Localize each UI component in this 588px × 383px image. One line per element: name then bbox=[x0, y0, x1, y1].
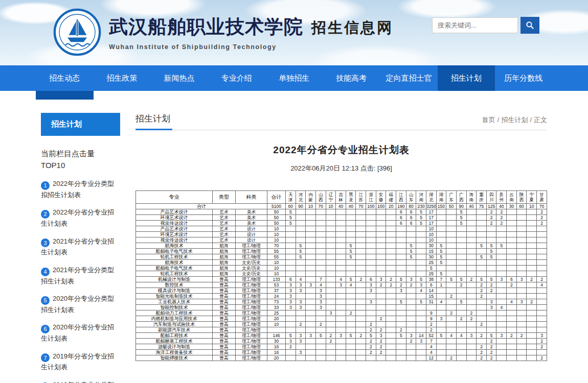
sidebar-item[interactable]: 52020年分专业分类型招生计划表 bbox=[41, 294, 120, 315]
breadcrumb-home[interactable]: 首页 bbox=[482, 116, 495, 124]
cell-value: 52 bbox=[426, 333, 436, 339]
cell-value: 5 bbox=[286, 333, 296, 339]
sidebar-item[interactable]: 82019年分专业分类型招生计划表 bbox=[41, 380, 120, 383]
cell-value bbox=[477, 260, 487, 266]
sidebar-item[interactable]: 32021年分省分专业招生计划表 bbox=[41, 236, 120, 257]
cell-value bbox=[426, 305, 436, 310]
nav-item-news-hotspots[interactable]: 新闻热点 bbox=[150, 65, 208, 91]
cell-value bbox=[306, 305, 316, 310]
cell-value: 5 bbox=[436, 254, 446, 260]
cell-major: 新能源汽车技术 bbox=[136, 327, 213, 333]
search-input[interactable] bbox=[432, 17, 518, 33]
cell-value bbox=[507, 339, 517, 344]
nav-item-admission-policy[interactable]: 招生政策 bbox=[93, 65, 150, 91]
cell-value bbox=[477, 237, 487, 243]
column-header-province: 湖北 bbox=[426, 191, 436, 204]
cell-value bbox=[446, 254, 457, 260]
cell-value bbox=[466, 260, 477, 266]
nav-item-score-lines[interactable]: 历年分数线 bbox=[495, 65, 552, 91]
sidebar-item[interactable]: 22022年分省分专业招生计划表 bbox=[41, 207, 120, 228]
cell-value bbox=[537, 305, 547, 310]
cell-value bbox=[326, 271, 336, 277]
cell-value bbox=[366, 209, 376, 215]
cell-value: 4 bbox=[416, 288, 426, 294]
nav-item-majors-intro[interactable]: 专业介绍 bbox=[208, 65, 265, 91]
cell-value bbox=[336, 209, 346, 215]
cell-value bbox=[466, 299, 477, 305]
cell-value bbox=[516, 355, 527, 361]
cell-subj: 理工/物理 bbox=[236, 299, 267, 305]
cell-value: 4 bbox=[346, 282, 356, 288]
cell-value bbox=[296, 355, 306, 361]
column-header-province: 山西 bbox=[315, 191, 326, 204]
breadcrumb-separator: / bbox=[497, 116, 500, 124]
cell-value bbox=[477, 305, 487, 310]
cell-value bbox=[416, 243, 426, 249]
cell-value bbox=[306, 277, 316, 282]
cell-value bbox=[436, 215, 446, 221]
cell-type: 航海 bbox=[213, 249, 236, 254]
total-label: 合计 bbox=[136, 204, 267, 209]
nav-item-targeted-sergeant[interactable]: 定向直招士官 bbox=[380, 65, 437, 91]
cell-value bbox=[386, 271, 396, 277]
cell-value: 5 bbox=[436, 243, 446, 249]
sidebar-item[interactable]: 12022年分专业分类型拟招生计划表 bbox=[41, 179, 120, 200]
cell-value bbox=[376, 215, 386, 221]
site-title: 招生信息网 bbox=[311, 18, 393, 38]
cell-value bbox=[406, 260, 416, 266]
cell-sum: 24 bbox=[267, 294, 286, 299]
cell-value bbox=[477, 271, 487, 277]
cell-value bbox=[507, 350, 517, 355]
sidebar-item[interactable]: 62020年分省分专业招生计划表 bbox=[41, 322, 120, 343]
cell-value: 5 bbox=[315, 333, 326, 339]
sidebar-item[interactable]: 72019年分省分专业招生计划表 bbox=[41, 351, 120, 372]
nav-item-enrollment-plan[interactable]: 招生计划 bbox=[438, 65, 495, 91]
university-name-block: 武汉船舶职业技术学院 Wuhan Institute of Shipbuildi… bbox=[109, 14, 303, 51]
cell-value bbox=[537, 299, 547, 305]
cell-value bbox=[477, 310, 487, 316]
cell-sum: 50 bbox=[267, 215, 286, 221]
sidebar: 招生计划 当前栏目点击量 TOP10 12022年分专业分类型拟招生计划表 22… bbox=[41, 113, 120, 383]
cell-value bbox=[486, 260, 496, 266]
cell-value bbox=[486, 327, 496, 333]
cell-value bbox=[376, 209, 386, 215]
cell-sum: 10 bbox=[267, 232, 286, 237]
cell-value: 2 bbox=[486, 215, 496, 221]
cell-subj: 美术 bbox=[236, 221, 267, 226]
cell-value bbox=[507, 316, 517, 322]
cell-major: 航海技术 bbox=[136, 243, 213, 249]
cell-value bbox=[296, 294, 306, 299]
sidebar-item[interactable]: 42021年分专业分类型招生计划表 bbox=[41, 265, 120, 286]
table-row: 环境艺术设计艺术设计1010 bbox=[136, 232, 547, 237]
cell-value bbox=[386, 215, 396, 221]
cell-value bbox=[456, 260, 466, 266]
total-cell: 20 bbox=[386, 204, 396, 209]
cell-value bbox=[296, 271, 306, 277]
table-row: 智能焊接技术普高理工/物理20122222 bbox=[136, 355, 547, 361]
cell-subj: 设计 bbox=[236, 232, 267, 237]
cell-value: 2 bbox=[466, 316, 477, 322]
cell-value bbox=[336, 294, 346, 299]
table-total-row: 合计51006090107010404070100100201908023032… bbox=[136, 204, 547, 209]
cell-value bbox=[315, 355, 326, 361]
cell-type: 艺术 bbox=[213, 221, 236, 226]
cell-value: 5 bbox=[456, 209, 466, 215]
cell-value: 5 bbox=[296, 254, 306, 260]
cell-value bbox=[286, 237, 296, 243]
nav-item-separate-admission[interactable]: 单独招生 bbox=[265, 65, 323, 91]
nav-item-admission-news[interactable]: 招生动态 bbox=[36, 65, 93, 91]
cell-value: 2 bbox=[326, 333, 336, 339]
cell-value bbox=[386, 237, 396, 243]
cell-type: 普高 bbox=[213, 322, 236, 327]
cell-value bbox=[477, 226, 487, 232]
cell-value bbox=[376, 271, 386, 277]
cell-value bbox=[537, 243, 547, 249]
search-button[interactable] bbox=[521, 17, 539, 34]
cell-value bbox=[527, 209, 537, 215]
cell-value: 5 bbox=[396, 333, 406, 339]
nav-item-skills-exam[interactable]: 技能高考 bbox=[323, 65, 380, 91]
cell-value bbox=[527, 333, 537, 339]
cell-value: 2 bbox=[376, 344, 386, 350]
cell-value bbox=[527, 221, 537, 226]
breadcrumb-section[interactable]: 招生计划 bbox=[501, 116, 528, 124]
